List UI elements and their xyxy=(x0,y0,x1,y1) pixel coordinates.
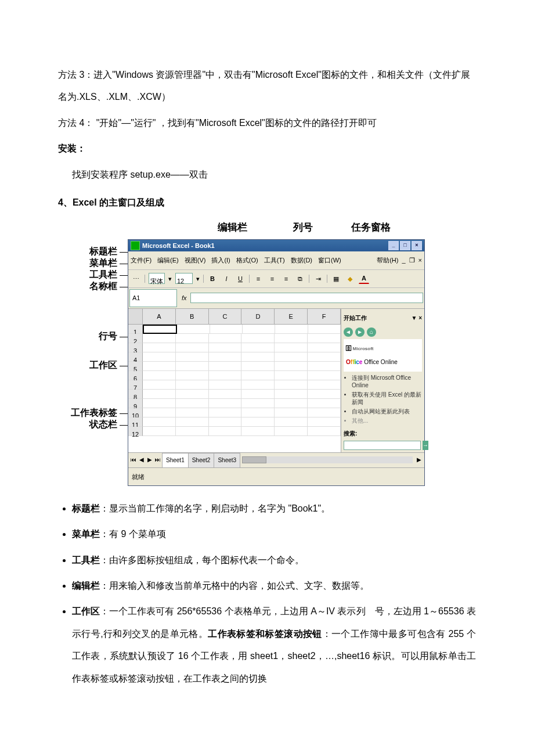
menu-insert[interactable]: 插入(I) xyxy=(211,253,230,268)
border-button[interactable]: ▦ xyxy=(331,273,341,284)
cell[interactable] xyxy=(308,352,341,362)
row-header[interactable]: 2 xyxy=(128,334,143,343)
cell[interactable] xyxy=(275,417,308,427)
cell[interactable] xyxy=(308,362,341,371)
indent-button[interactable]: ⇥ xyxy=(313,273,323,284)
row-header[interactable]: 8 xyxy=(128,390,143,399)
cell[interactable] xyxy=(143,325,177,334)
cell[interactable] xyxy=(308,390,341,399)
cell[interactable] xyxy=(143,417,176,427)
cell[interactable] xyxy=(275,362,308,371)
cell[interactable] xyxy=(143,352,176,362)
cell[interactable] xyxy=(241,352,275,362)
fx-button[interactable]: fx xyxy=(178,290,190,305)
cell[interactable] xyxy=(176,343,209,352)
row-header[interactable]: 12 xyxy=(128,427,143,436)
name-box[interactable]: A1 xyxy=(129,289,177,307)
doc-restore[interactable]: ❐ xyxy=(409,253,415,268)
cell[interactable] xyxy=(275,325,308,334)
cell[interactable] xyxy=(241,399,275,408)
taskpane-search-go[interactable]: → xyxy=(423,441,428,450)
cell[interactable] xyxy=(243,325,275,334)
formula-bar[interactable] xyxy=(190,293,423,303)
cell[interactable] xyxy=(308,427,341,436)
cell[interactable] xyxy=(308,371,341,380)
cell[interactable] xyxy=(210,325,243,334)
menu-window[interactable]: 窗口(W) xyxy=(318,253,341,268)
align-left-button[interactable]: ≡ xyxy=(253,273,264,284)
cell[interactable] xyxy=(275,408,308,417)
taskpane-home[interactable]: ⌂ xyxy=(367,327,376,337)
tab-nav-first[interactable]: ⏮ xyxy=(129,453,138,467)
cell[interactable] xyxy=(275,371,308,380)
cell[interactable] xyxy=(308,399,341,408)
bold-button[interactable]: B xyxy=(207,273,218,284)
align-right-button[interactable]: ≡ xyxy=(281,273,291,284)
row-header[interactable]: 7 xyxy=(128,380,143,390)
taskpane-dropdown[interactable]: ▼ × xyxy=(411,311,422,325)
cell[interactable] xyxy=(241,343,275,352)
row-header[interactable]: 5 xyxy=(128,362,143,371)
cell[interactable] xyxy=(308,408,341,417)
cell[interactable] xyxy=(209,427,242,436)
taskpane-link[interactable]: 获取有关使用 Excel 的最新新闻 xyxy=(352,391,422,406)
row-header[interactable]: 4 xyxy=(128,352,143,362)
cell[interactable] xyxy=(209,417,242,427)
cell[interactable] xyxy=(241,380,275,390)
cell[interactable] xyxy=(308,417,341,427)
fill-button[interactable]: ◆ xyxy=(345,273,355,284)
menubar[interactable]: 文件(F) 编辑(E) 视图(V) 插入(I) 格式(O) 工具(T) 数据(D… xyxy=(128,251,424,269)
cell[interactable] xyxy=(209,380,242,390)
cell[interactable] xyxy=(143,371,176,380)
cell[interactable] xyxy=(209,371,242,380)
menu-tools[interactable]: 工具(T) xyxy=(264,253,285,268)
cell[interactable] xyxy=(209,343,242,352)
office-online-box[interactable]: 🄱 Microsoft Office Office Online xyxy=(344,339,422,372)
cell[interactable] xyxy=(176,334,209,343)
hscrollbar[interactable] xyxy=(242,456,413,463)
cell[interactable] xyxy=(209,390,242,399)
col-header[interactable]: B xyxy=(176,309,209,324)
row-header[interactable]: 11 xyxy=(128,417,143,427)
cell[interactable] xyxy=(241,417,275,427)
row-header[interactable]: 9 xyxy=(128,399,143,408)
taskpane-link[interactable]: 连接到 Microsoft Office Online xyxy=(352,374,422,389)
col-header[interactable]: D xyxy=(241,309,275,324)
taskpane-search-input[interactable] xyxy=(344,441,421,450)
cell[interactable] xyxy=(241,427,275,436)
cell[interactable] xyxy=(275,427,308,436)
tab-nav-prev[interactable]: ◀ xyxy=(138,453,146,467)
hscroll-right[interactable]: ▶ xyxy=(415,453,423,467)
cell[interactable] xyxy=(176,362,209,371)
cell[interactable] xyxy=(143,399,176,408)
menu-file[interactable]: 文件(F) xyxy=(131,253,151,268)
cell[interactable] xyxy=(143,408,176,417)
taskpane-fwd[interactable]: ► xyxy=(355,327,365,337)
underline-button[interactable]: U xyxy=(235,273,246,284)
cell[interactable] xyxy=(308,325,341,334)
sheet-tab[interactable]: Sheet1 xyxy=(162,453,189,467)
row-header[interactable]: 6 xyxy=(128,371,143,380)
font-combo[interactable]: 宋体 xyxy=(149,273,165,284)
row-header[interactable]: 3 xyxy=(128,343,143,352)
row-header[interactable]: 10 xyxy=(128,408,143,417)
close-button[interactable]: × xyxy=(412,241,422,250)
cell[interactable] xyxy=(176,390,209,399)
tab-nav-last[interactable]: ⏭ xyxy=(154,453,162,467)
menu-help[interactable]: 帮助(H) xyxy=(377,253,398,268)
cell[interactable] xyxy=(209,352,242,362)
align-center-button[interactable]: ≡ xyxy=(267,273,277,284)
cell[interactable] xyxy=(209,399,242,408)
cell[interactable] xyxy=(143,334,176,343)
taskpane-back[interactable]: ◄ xyxy=(344,327,353,337)
cell[interactable] xyxy=(275,399,308,408)
cell[interactable] xyxy=(241,390,275,399)
cell[interactable] xyxy=(143,362,176,371)
cell[interactable] xyxy=(241,362,275,371)
cell[interactable] xyxy=(176,371,209,380)
sheet-tab[interactable]: Sheet2 xyxy=(188,453,215,467)
menu-view[interactable]: 视图(V) xyxy=(185,253,206,268)
italic-button[interactable]: I xyxy=(221,273,232,284)
taskpane-link[interactable]: 自动从网站更新此列表 xyxy=(352,408,422,415)
cell[interactable] xyxy=(176,380,209,390)
